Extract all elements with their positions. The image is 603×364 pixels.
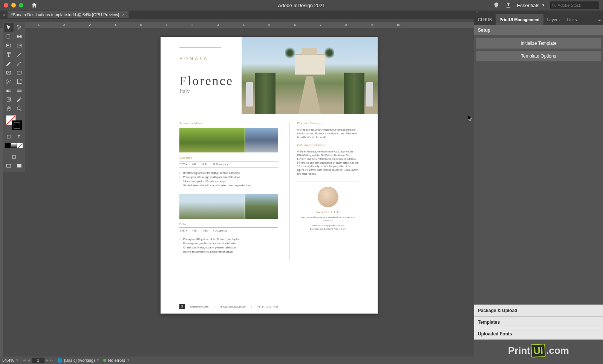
maximize-window-button[interactable] — [19, 3, 23, 8]
property-name: Bella — [179, 222, 278, 228]
eyedropper-tool[interactable] — [14, 96, 24, 104]
adobe-stock-search[interactable] — [550, 2, 599, 9]
right-panel: × CI HUB PrintUI Management Layers Links… — [474, 11, 603, 364]
fill-stroke-swatch[interactable] — [6, 115, 22, 130]
note-tool[interactable] — [4, 96, 14, 104]
footer-logo: S — [179, 304, 185, 309]
home-icon[interactable] — [31, 2, 38, 9]
svg-rect-13 — [17, 80, 21, 83]
svg-point-14 — [17, 79, 18, 81]
vertical-ruler — [0, 28, 3, 356]
preflight-profile[interactable]: 🌐[Basic] (working)▼ — [57, 358, 99, 363]
workspace-switcher[interactable]: Essentials ▼ — [517, 3, 545, 8]
printui-logo: PrintUI.com — [474, 340, 603, 364]
property-stats: 7,262 ▪| 6 Bd| 4 Ba| 12 Occupancy — [179, 163, 278, 168]
zoom-level[interactable]: 54.4%▼ — [2, 358, 19, 362]
initialize-template-button[interactable]: Initialize Template — [476, 38, 601, 49]
page-tool[interactable] — [4, 32, 14, 41]
tab-group-close-icon[interactable]: × — [3, 13, 5, 17]
direct-selection-tool[interactable] — [14, 23, 24, 32]
document-tab[interactable]: *Sonata Destinations template.indd @ 54%… — [8, 11, 129, 18]
help-heading: We're here to help — [297, 210, 359, 214]
templates-section[interactable]: Templates — [474, 316, 603, 328]
svg-rect-19 — [17, 90, 21, 91]
free-transform-tool[interactable] — [14, 78, 24, 86]
close-tab-icon[interactable]: × — [122, 12, 124, 17]
close-window-button[interactable] — [4, 3, 8, 8]
pen-tool[interactable] — [4, 59, 14, 68]
panel-menu-icon[interactable]: ≡ — [596, 14, 603, 25]
svg-line-4 — [17, 53, 21, 57]
rectangle-frame-tool[interactable] — [4, 69, 14, 77]
svg-point-15 — [20, 79, 21, 81]
preflight-status[interactable]: No errors▼ — [103, 358, 130, 362]
gap-tool[interactable] — [14, 32, 24, 41]
property-name: Giovanna — [179, 156, 278, 161]
property-image — [179, 194, 245, 219]
content-collector-tool[interactable] — [4, 41, 14, 50]
svg-point-23 — [17, 107, 20, 110]
title-bar: Adobe InDesign 2021 Essentials ▼ — [0, 0, 603, 11]
screen-mode-preview[interactable] — [14, 162, 24, 170]
gradient-feather-tool[interactable] — [14, 87, 24, 95]
setup-section-header[interactable]: Setup — [474, 25, 603, 35]
svg-rect-27 — [12, 155, 15, 158]
gradient-swatch-tool[interactable] — [4, 87, 14, 95]
property-image — [245, 194, 278, 219]
svg-rect-0 — [7, 34, 10, 38]
culture-text: While in Florence, we encourage you to e… — [297, 150, 359, 175]
type-tool[interactable] — [4, 50, 14, 59]
lightbulb-icon[interactable] — [493, 2, 500, 9]
screen-mode-button[interactable] — [4, 162, 14, 170]
brand-label: SONATA — [179, 56, 242, 61]
hours-text: Saturday and Sunday | 7 am – 6 pm — [297, 227, 359, 230]
line-tool[interactable] — [14, 50, 24, 59]
svg-rect-2 — [8, 45, 9, 46]
chevron-down-icon: ▼ — [542, 3, 545, 7]
tab-printui-management[interactable]: PrintUI Management — [496, 14, 543, 25]
panel-close-icon[interactable]: × — [476, 10, 478, 14]
status-bar: 54.4%▼ ⏮◀1▶⏭ 🌐[Basic] (working)▼ No erro… — [0, 356, 474, 364]
minimize-window-button[interactable] — [11, 3, 16, 8]
content-placer-tool[interactable] — [14, 41, 24, 50]
zoom-tool[interactable] — [14, 105, 24, 113]
property-image — [245, 128, 278, 152]
page-footer: S sonatatravel.com| hello@sonatatravel.c… — [179, 304, 359, 309]
svg-rect-1 — [7, 44, 11, 47]
property-features: Photogenic hilltop views of the Florence… — [179, 237, 278, 254]
hero-image — [242, 37, 378, 114]
svg-rect-18 — [7, 90, 11, 91]
share-icon[interactable] — [505, 2, 512, 9]
tool-panel: T — [3, 22, 25, 172]
mouse-cursor — [468, 114, 473, 123]
template-options-button[interactable]: Template Options — [476, 51, 601, 61]
search-icon — [552, 3, 556, 8]
stroke-swatch[interactable] — [12, 120, 22, 130]
hand-tool[interactable] — [4, 105, 14, 113]
scissors-tool[interactable] — [4, 78, 14, 86]
view-mode-normal[interactable] — [9, 153, 19, 161]
rectangle-tool[interactable] — [14, 69, 24, 77]
svg-point-16 — [17, 83, 18, 84]
svg-rect-8 — [17, 71, 21, 74]
workspace-label: Essentials — [517, 3, 539, 8]
tab-links[interactable]: Links — [563, 14, 581, 25]
tab-ci-hub[interactable]: CI HUB — [474, 14, 496, 25]
formatting-container-button[interactable] — [4, 133, 14, 141]
tab-layers[interactable]: Layers — [543, 14, 563, 25]
horizontal-ruler: 54321012345678910 — [3, 22, 474, 28]
formatting-text-button[interactable]: T — [14, 133, 24, 141]
uploaded-fonts-section[interactable]: Uploaded Fonts — [474, 328, 603, 340]
color-apply-buttons[interactable] — [4, 143, 24, 148]
page-navigator[interactable]: ⏮◀1▶⏭ — [23, 358, 54, 363]
selection-tool[interactable] — [4, 23, 14, 32]
concierge-avatar — [318, 187, 338, 207]
help-text: Your personal concierge is standing by t… — [297, 216, 359, 222]
canvas[interactable]: SONATA Florence Italy Accommodations Gio… — [25, 28, 474, 356]
discover-heading: Discover Florence — [297, 122, 359, 125]
pencil-tool[interactable] — [14, 59, 24, 68]
package-upload-section[interactable]: Package & Upload — [474, 305, 603, 316]
accommodations-heading: Accommodations — [179, 122, 278, 125]
search-input[interactable] — [558, 3, 597, 8]
document-page[interactable]: SONATA Florence Italy Accommodations Gio… — [161, 37, 378, 314]
